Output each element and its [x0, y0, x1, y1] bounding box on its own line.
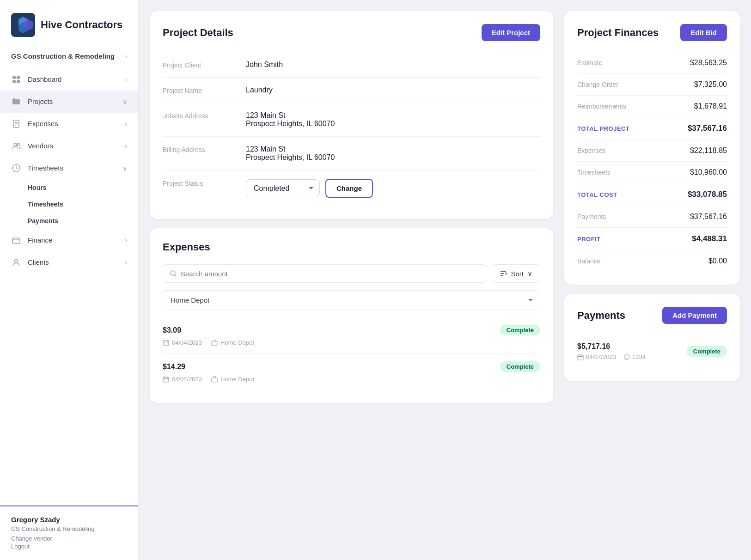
estimate-label: Estimate [577, 59, 602, 67]
payment-item: $5,717.16 04/07/2023 $ 1234 Complete [577, 335, 727, 368]
sidebar-item-expenses[interactable]: Expenses › [0, 113, 138, 135]
expense-status-badge: Complete [500, 361, 540, 372]
sidebar-footer: Gregory Szady GS Construction & Remodeli… [0, 505, 138, 560]
edit-project-button[interactable]: Edit Project [482, 24, 540, 41]
balance-label: Balance [577, 257, 601, 265]
svg-rect-28 [163, 377, 169, 382]
timesheets-label: Timesheets [28, 164, 63, 172]
person-icon [11, 257, 21, 268]
folder-icon [11, 97, 21, 107]
projects-label: Projects [28, 97, 53, 105]
sidebar-item-dashboard[interactable]: Dashboard › [0, 68, 138, 91]
sidebar-item-finance[interactable]: Finance › [0, 229, 138, 251]
chevron-right-icon: › [125, 142, 127, 150]
right-column: Project Finances Edit Bid Estimate $28,5… [564, 11, 740, 549]
sidebar-item-clients[interactable]: Clients › [0, 251, 138, 274]
edit-bid-button[interactable]: Edit Bid [680, 24, 727, 41]
company-switcher[interactable]: GS Construction & Remodeling › [0, 46, 138, 68]
change-order-row: Change Order $7,325.00 [577, 74, 727, 96]
vendor-icon [211, 376, 218, 383]
vendors-label: Vendors [28, 142, 53, 150]
project-name-value: Laundry [246, 86, 273, 94]
payments-finance-value: $37,567.16 [690, 213, 727, 221]
chevron-down-icon: ∨ [122, 98, 127, 105]
change-vendor-link[interactable]: Change vendor [11, 535, 127, 542]
timesheets-finance-label: Timesheets [577, 169, 611, 176]
change-order-label: Change Order [577, 81, 618, 88]
calendar-icon [577, 354, 584, 360]
search-amount-input[interactable] [181, 270, 479, 278]
logout-link[interactable]: Logout [11, 543, 127, 550]
vendor-filter-select[interactable]: Home Depot All Vendors Other [163, 290, 540, 310]
ref-icon: $ [623, 354, 630, 360]
search-box[interactable] [163, 264, 486, 283]
expense-item: $3.09 Complete 04/04/2023 Home Depot [163, 317, 540, 354]
main-content: Project Details Edit Project Project Cli… [139, 0, 751, 560]
balance-value: $0.00 [708, 257, 727, 265]
svg-line-19 [175, 275, 176, 276]
change-status-button[interactable]: Change [325, 179, 373, 198]
sort-chevron-icon: ∨ [527, 269, 532, 278]
balance-row: Balance $0.00 [577, 250, 727, 272]
jobsite-address-value: 123 Main St Prospect Heights, IL 60070 [246, 111, 335, 128]
chevron-right-icon: › [125, 259, 127, 266]
profit-value: $4,488.31 [692, 234, 727, 243]
svg-point-12 [14, 143, 17, 146]
billing-address-label: Billing Address [163, 145, 246, 153]
estimate-row: Estimate $28,563.25 [577, 52, 727, 74]
svg-rect-33 [578, 355, 583, 360]
user-company: GS Construction & Remodeling [11, 525, 127, 532]
svg-rect-6 [12, 80, 16, 83]
project-status-select[interactable]: Completed In Progress On Hold [246, 179, 320, 197]
clients-label: Clients [28, 258, 49, 266]
jobsite-address-row: Jobsite Address 123 Main St Prospect Hei… [163, 103, 540, 137]
estimate-value: $28,563.25 [690, 59, 727, 67]
grid-icon [11, 74, 21, 85]
logo-area: Hive Contractors [0, 0, 138, 46]
expenses-title: Expenses [163, 241, 210, 253]
sort-button[interactable]: Sort ∨ [492, 264, 540, 283]
timesheets-row: Timesheets $10,960.00 [577, 162, 727, 183]
expense-amount: $3.09 [163, 326, 181, 335]
sidebar-item-timesheets[interactable]: Timesheets ∨ [0, 157, 138, 179]
project-client-label: Project Client [163, 61, 246, 69]
chevron-right-icon: › [125, 120, 127, 128]
total-cost-label: TOTAL COST [577, 191, 617, 198]
expenses-finance-label: Expenses [577, 147, 605, 154]
credit-card-icon [11, 235, 21, 245]
svg-rect-7 [17, 80, 20, 83]
chevron-down-icon: ∨ [122, 164, 127, 172]
sort-icon [500, 270, 507, 277]
sidebar: Hive Contractors GS Construction & Remod… [0, 0, 139, 560]
sidebar-sub-timesheets[interactable]: Timesheets [0, 196, 138, 213]
payments-finance-row: Payments $37,567.16 [577, 206, 727, 228]
svg-point-13 [18, 143, 20, 146]
clock-icon [11, 163, 21, 173]
expense-item: $14.29 Complete 04/04/2023 Home Depot [163, 354, 540, 390]
add-payment-button[interactable]: Add Payment [662, 307, 727, 324]
svg-point-17 [15, 259, 18, 262]
sidebar-item-vendors[interactable]: Vendors › [0, 135, 138, 157]
expense-amount: $14.29 [163, 363, 185, 371]
project-status-row: Project Status Completed In Progress On … [163, 170, 540, 206]
reimbursements-row: Reimbursements $1,678.91 [577, 96, 727, 117]
sidebar-sub-hours[interactable]: Hours [0, 179, 138, 196]
project-finances-title: Project Finances [577, 27, 659, 39]
expense-date: 04/04/2023 [172, 376, 202, 383]
reimbursements-label: Reimbursements [577, 103, 626, 110]
payments-card: Payments Add Payment $5,717.16 04/07/202… [564, 294, 740, 381]
expenses-card: Expenses Sort ∨ Home Depot All Vendors O… [150, 228, 553, 403]
project-status-label: Project Status [163, 179, 246, 187]
users-icon [11, 141, 21, 151]
expenses-search-row: Sort ∨ [163, 264, 540, 283]
sidebar-item-projects[interactable]: Projects ∨ [0, 91, 138, 113]
expense-meta: 04/04/2023 Home Depot [163, 376, 540, 383]
expense-date: 04/04/2023 [172, 339, 202, 346]
hive-logo-icon [11, 13, 35, 37]
expenses-finance-value: $22,118.85 [690, 146, 727, 155]
expense-meta: 04/04/2023 Home Depot [163, 339, 540, 346]
project-name-label: Project Name [163, 86, 246, 94]
expense-vendor: Home Depot [220, 376, 254, 383]
sidebar-sub-payments[interactable]: Payments [0, 213, 138, 229]
payment-meta: 04/07/2023 $ 1234 [577, 353, 646, 360]
